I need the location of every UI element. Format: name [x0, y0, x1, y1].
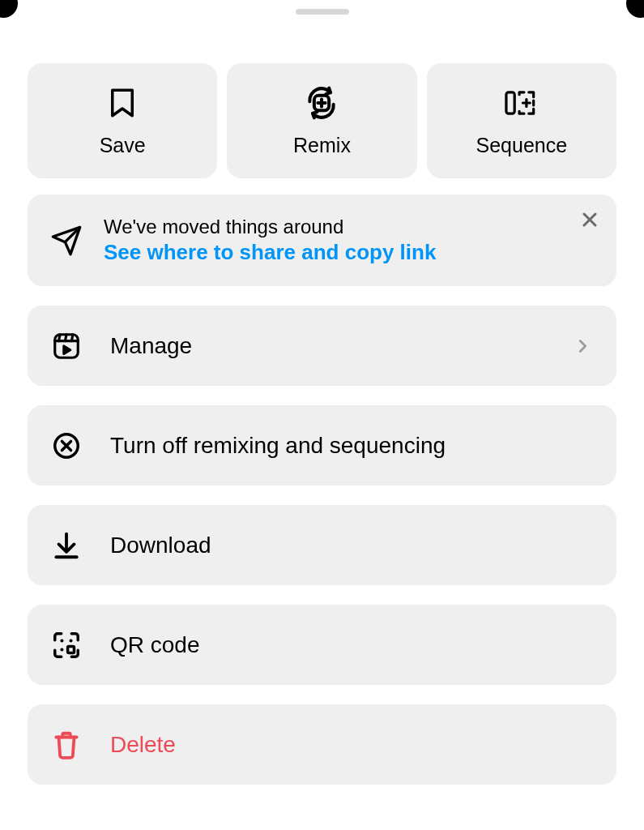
download-row[interactable]: Download — [28, 505, 616, 585]
close-icon[interactable] — [578, 208, 602, 232]
trash-icon — [50, 729, 83, 761]
banner-link[interactable]: See where to share and copy link — [104, 240, 594, 265]
corner-decoration — [626, 0, 644, 18]
svg-point-18 — [69, 639, 72, 642]
download-label: Download — [110, 533, 594, 558]
delete-label: Delete — [110, 732, 594, 758]
download-icon — [50, 529, 83, 562]
send-icon — [50, 225, 83, 257]
svg-point-17 — [60, 639, 63, 642]
manage-icon — [50, 330, 83, 362]
banner-title: We've moved things around — [104, 216, 594, 238]
chevron-right-icon — [571, 335, 594, 357]
options-list: Manage Turn off remixing and sequencing — [28, 306, 616, 785]
remix-icon — [304, 85, 339, 121]
remix-tile[interactable]: Remix — [227, 63, 416, 178]
delete-row[interactable]: Delete — [28, 704, 616, 785]
circle-x-icon — [50, 430, 83, 462]
svg-marker-11 — [64, 346, 70, 354]
turnoff-remix-row[interactable]: Turn off remixing and sequencing — [28, 405, 616, 486]
remix-label: Remix — [293, 134, 351, 157]
save-label: Save — [100, 134, 146, 157]
qrcode-label: QR code — [110, 632, 594, 658]
top-actions-row: Save Remix — [28, 63, 616, 178]
qrcode-row[interactable]: QR code — [28, 605, 616, 685]
sheet-grabber[interactable] — [296, 9, 349, 15]
turnoff-label: Turn off remixing and sequencing — [110, 433, 594, 459]
banner-text: We've moved things around See where to s… — [104, 216, 594, 265]
sequence-label: Sequence — [476, 134, 568, 157]
svg-rect-20 — [68, 646, 75, 652]
manage-label: Manage — [110, 333, 544, 359]
manage-row[interactable]: Manage — [28, 306, 616, 386]
save-tile[interactable]: Save — [28, 63, 217, 178]
svg-rect-3 — [506, 92, 514, 113]
bookmark-icon — [104, 85, 140, 121]
sequence-tile[interactable]: Sequence — [427, 63, 616, 178]
info-banner: We've moved things around See where to s… — [28, 195, 616, 286]
sequence-icon — [504, 85, 540, 121]
qrcode-icon — [50, 629, 83, 661]
action-sheet: Save Remix — [0, 0, 644, 830]
corner-decoration — [0, 0, 18, 18]
svg-point-19 — [60, 648, 63, 651]
